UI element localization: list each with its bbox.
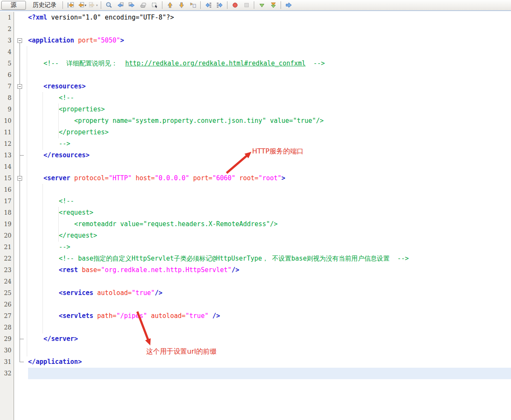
- tab-source[interactable]: 源: [1, 1, 26, 10]
- view-tabs: 源 历史记录: [1, 1, 61, 10]
- find-selection-button[interactable]: [103, 0, 114, 10]
- code-line[interactable]: <properties>: [28, 104, 105, 115]
- fold-end-mark: [20, 362, 24, 362]
- line-number: 1: [0, 12, 14, 23]
- collapse-all-folds-icon: [270, 2, 277, 9]
- line-number: 4: [0, 46, 14, 58]
- fold-end-mark: [20, 155, 24, 156]
- start-macro-recording-icon: [232, 2, 238, 9]
- code-line[interactable]: </request>: [28, 230, 97, 241]
- line-number: 22: [0, 253, 14, 264]
- code-line[interactable]: <request>: [28, 207, 94, 219]
- annotation-text: HTTP服务的端口: [252, 147, 304, 156]
- code-line[interactable]: <property name="system.property.convert.…: [28, 115, 324, 127]
- code-line[interactable]: <!--: [28, 196, 74, 207]
- jump-back-icon: [77, 2, 84, 9]
- toolbar-icons: ▾▾: [65, 0, 294, 10]
- line-number: 16: [0, 184, 14, 196]
- last-edit-position-icon: [67, 2, 74, 9]
- shift-line-left-button[interactable]: [203, 0, 213, 10]
- toolbar-separator: [281, 1, 281, 9]
- find-next-occurrence-icon: [128, 2, 135, 9]
- line-number: 17: [0, 196, 14, 207]
- collapse-fold-button[interactable]: [256, 0, 267, 10]
- find-next-occurrence-button[interactable]: [126, 0, 137, 10]
- jump-back-button[interactable]: ▾: [77, 0, 87, 10]
- find-previous-occurrence-icon: [117, 2, 124, 9]
- line-number: 25: [0, 287, 14, 299]
- stop-macro-recording-icon: [243, 2, 250, 9]
- collapse-all-folds-button[interactable]: [268, 0, 278, 10]
- code-line[interactable]: <!--: [28, 92, 74, 104]
- code-line[interactable]: <!-- 详细配置说明见： http://redkale.org/redkale…: [28, 58, 325, 69]
- previous-bookmark-button[interactable]: [165, 0, 175, 10]
- line-number: 5: [0, 58, 14, 69]
- code-editor[interactable]: 1234567891011121314151617181920212223242…: [0, 12, 511, 420]
- line-number: 31: [0, 356, 14, 368]
- line-number: 32: [0, 368, 14, 379]
- line-number: 18: [0, 207, 14, 219]
- line-number: 19: [0, 219, 14, 230]
- toolbar-separator: [227, 1, 227, 9]
- shift-line-right-button[interactable]: [214, 0, 225, 10]
- start-macro-recording-button[interactable]: [230, 0, 240, 10]
- line-number: 23: [0, 264, 14, 276]
- code-line[interactable]: -->: [28, 138, 70, 150]
- code-line[interactable]: <rest base="org.redkale.net.http.HttpSer…: [28, 264, 239, 276]
- code-line[interactable]: <?xml version="1.0" encoding="UTF-8"?>: [28, 12, 174, 23]
- code-line[interactable]: </properties>: [28, 127, 109, 138]
- stop-macro-recording-button[interactable]: [241, 0, 252, 10]
- code-line[interactable]: <server protocol="HTTP" host="0.0.0.0" p…: [28, 173, 285, 184]
- line-number: 11: [0, 127, 14, 138]
- line-number: 30: [0, 345, 14, 356]
- tab-history[interactable]: 历史记录: [28, 1, 61, 10]
- line-number: 13: [0, 150, 14, 161]
- line-number: 8: [0, 92, 14, 104]
- code-line[interactable]: <remoteaddr value="request.headers.X-Rem…: [28, 219, 278, 230]
- line-number: 7: [0, 81, 14, 92]
- line-number: 27: [0, 310, 14, 322]
- fold-collapse-box[interactable]: [17, 84, 22, 89]
- code-line[interactable]: <application port="5050">: [28, 35, 124, 46]
- current-line-highlight: [28, 368, 511, 379]
- line-number: 10: [0, 115, 14, 127]
- fold-collapse-box[interactable]: [17, 38, 22, 43]
- line-number: 9: [0, 104, 14, 115]
- code-line[interactable]: <services autoload="true"/>: [28, 287, 162, 299]
- annotation-text: 这个用于设置url的前缀: [146, 347, 216, 356]
- toolbar-separator: [200, 1, 201, 9]
- jump-forward-button[interactable]: ▾: [88, 0, 99, 10]
- next-bookmark-icon: [178, 2, 185, 9]
- jump-forward-icon: [89, 2, 96, 9]
- dropdown-caret-icon[interactable]: ▾: [85, 3, 86, 7]
- last-edit-position-button[interactable]: [65, 0, 76, 10]
- toggle-rectangular-selection-button[interactable]: [149, 0, 160, 10]
- line-number-gutter: 1234567891011121314151617181920212223242…: [0, 12, 14, 420]
- find-previous-occurrence-button[interactable]: [115, 0, 125, 10]
- line-number: 12: [0, 138, 14, 150]
- dropdown-caret-icon[interactable]: ▾: [96, 3, 98, 7]
- editor-toolbar: 源 历史记录 ▾▾: [0, 0, 511, 11]
- toolbar-separator: [101, 1, 101, 9]
- go-to-next-button[interactable]: [283, 0, 294, 10]
- toolbar-separator: [62, 1, 63, 9]
- fold-collapse-box[interactable]: [17, 176, 22, 181]
- code-line[interactable]: <!-- base指定的自定义HttpServlet子类必须标记@HttpUse…: [28, 253, 409, 264]
- toggle-bookmark-button[interactable]: [187, 0, 198, 10]
- line-number: 6: [0, 69, 14, 81]
- code-line[interactable]: </resources>: [28, 150, 90, 161]
- code-line[interactable]: <servlets path="/pipes" autoload="true" …: [28, 310, 220, 322]
- next-bookmark-button[interactable]: [176, 0, 187, 10]
- indent-guide: [27, 46, 27, 356]
- code-line[interactable]: -->: [28, 241, 70, 253]
- previous-bookmark-icon: [167, 2, 173, 9]
- line-number: 26: [0, 299, 14, 310]
- toggle-highlight-search-icon: [140, 2, 147, 9]
- code-line[interactable]: </application>: [28, 356, 82, 368]
- code-line[interactable]: <resources>: [28, 81, 85, 92]
- code-line[interactable]: </server>: [28, 333, 78, 345]
- toggle-highlight-search-button[interactable]: [138, 0, 148, 10]
- toolbar-separator: [254, 1, 254, 9]
- line-number: 14: [0, 161, 14, 173]
- line-number: 24: [0, 276, 14, 287]
